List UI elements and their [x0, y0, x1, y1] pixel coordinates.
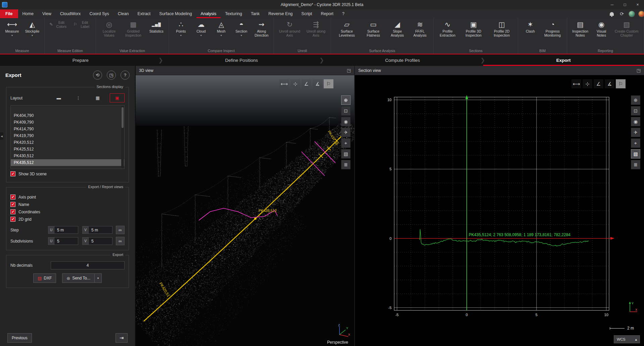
menu-script[interactable]: Script	[297, 9, 317, 18]
ribbon-tool-points[interactable]: ∴Points▾	[171, 19, 191, 38]
menu-extract[interactable]: Extract	[133, 9, 155, 18]
section-list-item[interactable]: PK419,790	[11, 132, 124, 139]
axis-point-checkbox[interactable]: ✓	[10, 194, 15, 200]
camera-button[interactable]: ◉	[631, 117, 640, 126]
ribbon-tool-section[interactable]: ◓Section▾	[231, 19, 251, 38]
workflow-step-prepare[interactable]: Prepare	[0, 54, 161, 66]
collapse-panel-handle[interactable]: ◂	[0, 132, 3, 140]
previous-button[interactable]: Previous	[7, 333, 32, 343]
ribbon-tool-along-direction[interactable]: ⇝Along Direction	[251, 19, 272, 38]
ribbon-tool-surface-flatness[interactable]: ▭Surface Flatness	[361, 19, 386, 38]
workflow-step-export[interactable]: Export	[483, 54, 644, 66]
popout-icon[interactable]: ◳	[637, 68, 641, 73]
point-measure-icon[interactable]: ⊹	[290, 79, 300, 88]
nb-decimals-input[interactable]: 4	[51, 261, 125, 269]
menu-file[interactable]: File	[0, 9, 18, 18]
maximize-button[interactable]: □	[618, 0, 631, 9]
layout-horizontal-button[interactable]: ▬	[51, 93, 66, 102]
section-list-item[interactable]: PK430,512	[11, 153, 124, 159]
view-cube-button[interactable]: ▧	[341, 149, 351, 159]
ribbon-tool-profile-3d-inspection[interactable]: ▣Profile 3D Inspection	[459, 19, 488, 38]
sync-icon[interactable]: ⟳	[619, 11, 625, 17]
menu-reverse-eng[interactable]: Reverse Eng	[264, 9, 297, 18]
section-list-item[interactable]: PK420,512	[11, 139, 124, 146]
subdiv-u-input[interactable]: 5	[54, 237, 78, 245]
slope-measure-icon[interactable]: ∡	[605, 79, 614, 88]
label-tag-icon[interactable]: ⚐	[324, 79, 333, 88]
ribbon-tool-profile-2d-inspection[interactable]: ◫Profile 2D Inspection	[488, 19, 516, 38]
subdiv-v-input[interactable]: 5	[89, 237, 112, 245]
slope-measure-icon[interactable]: ∡	[313, 79, 322, 88]
workflow-step-define-positions[interactable]: Define Positions	[161, 54, 322, 66]
ribbon-tool-inspection-notes[interactable]: ▤Inspection Notes	[569, 19, 591, 38]
ribbon-tool-profile-extraction[interactable]: ∿Profile Extraction	[436, 19, 460, 38]
ribbon-tool-slope-analysis[interactable]: ◢Slope Analysis	[386, 19, 409, 38]
history-button[interactable]: ⟲	[93, 71, 102, 80]
locate-button[interactable]: ⌖	[341, 138, 351, 148]
menu-view[interactable]: View	[38, 9, 56, 18]
menu-help[interactable]: ?	[338, 9, 349, 18]
2d-grid-checkbox[interactable]: ✓	[10, 217, 15, 222]
angle-measure-icon[interactable]: ∠	[302, 79, 311, 88]
popout-icon[interactable]: ◳	[347, 68, 351, 73]
section-list-item[interactable]: PK425,512	[11, 146, 124, 153]
notifications-bell-icon[interactable]	[609, 11, 615, 17]
step-u-input[interactable]: 5 m	[54, 226, 78, 234]
clipping-button[interactable]: ≣	[631, 160, 640, 169]
menu-texturing[interactable]: Texturing	[221, 9, 246, 18]
fly-button[interactable]: ✈	[341, 128, 351, 137]
menu-coord-sys[interactable]: Coord Sys	[85, 9, 113, 18]
orbit-button[interactable]: ⊕	[631, 95, 640, 105]
name-checkbox[interactable]: ✓	[10, 202, 15, 207]
clipping-button[interactable]: ≣	[341, 160, 351, 169]
ribbon-tool-progress-monitoring[interactable]: ◔Progress Monitoring	[540, 19, 565, 38]
detach-panel-button[interactable]: ◳	[107, 71, 116, 80]
section-chart[interactable]: -50510-50510PK435,5124; 2 763 508,0958; …	[355, 75, 644, 346]
menu-analysis[interactable]: Analysis	[196, 9, 221, 18]
distance-measure-icon[interactable]: ⟷	[571, 79, 581, 88]
subdiv-link-icon[interactable]: ∞	[116, 237, 125, 245]
layout-single-button[interactable]: ▣	[110, 93, 125, 102]
layout-vertical-button[interactable]: ⋮	[71, 93, 86, 102]
menu-tank[interactable]: Tank	[246, 9, 264, 18]
fly-button[interactable]: ✈	[631, 128, 640, 137]
send-to-button[interactable]: ⊛ Send To...	[62, 273, 95, 283]
ribbon-tool-stockpile[interactable]: ◭Stockpile▾	[22, 19, 42, 38]
ribbon-tool-clash[interactable]: ✶Clash	[520, 19, 540, 34]
angle-measure-icon[interactable]: ∠	[594, 79, 603, 88]
minimize-button[interactable]: ─	[606, 0, 618, 9]
list-scrollbar[interactable]	[121, 106, 124, 168]
ribbon-tool-surface-levelness[interactable]: ▱Surface Levelness	[333, 19, 361, 38]
send-to-dropdown[interactable]: ▾	[94, 273, 102, 283]
point-cloud-viewport[interactable]	[136, 75, 354, 346]
workflow-step-compute-profiles[interactable]: Compute Profiles	[322, 54, 483, 66]
ribbon-tool-statistics[interactable]: ▂▅█Statistics	[146, 19, 167, 34]
ribbon-tool-mesh[interactable]: ◬Mesh▾	[211, 19, 231, 38]
menu-cloudworx[interactable]: CloudWorx	[56, 9, 85, 18]
step-v-input[interactable]: 5 m	[89, 226, 112, 234]
distance-measure-icon[interactable]: ⟷	[279, 79, 289, 88]
locate-button[interactable]: ⌖	[631, 138, 640, 148]
view-cube-button[interactable]: ▧	[631, 149, 640, 159]
orbit-button[interactable]: ⊕	[341, 95, 351, 105]
section-list-item[interactable]: PK414,790	[11, 126, 124, 132]
dxf-button[interactable]: ▤ DXF	[33, 273, 56, 283]
account-avatar[interactable]	[639, 11, 644, 17]
step-link-icon[interactable]: ∞	[116, 226, 125, 234]
wcs-selector[interactable]: WCS ▴	[614, 335, 640, 343]
ribbon-tool-measure[interactable]: ⟷Measure▾	[2, 19, 22, 38]
ribbon-tool-ff-fl-analysis[interactable]: ≋FF/FL Analysis	[409, 19, 431, 38]
point-measure-icon[interactable]: ⊹	[583, 79, 592, 88]
menu-report[interactable]: Report	[317, 9, 338, 18]
camera-button[interactable]: ◉	[341, 117, 351, 126]
export-report-button[interactable]: ⇥	[116, 333, 128, 343]
menu-home[interactable]: Home	[18, 9, 38, 18]
ribbon-tool-visual-notes[interactable]: ◉Visual Notes	[591, 19, 611, 38]
menu-surface-modeling[interactable]: Surface Modeling	[155, 9, 196, 18]
section-list-item[interactable]: PK404,790	[11, 112, 124, 119]
label-tag-icon[interactable]: ⚐	[616, 79, 626, 88]
show-3d-scene-checkbox[interactable]: ✓	[10, 171, 15, 176]
help-button[interactable]: ?	[121, 71, 130, 80]
ribbon-tool-cloud[interactable]: ☁Cloud▾	[191, 19, 211, 38]
close-button[interactable]: ×	[631, 0, 644, 9]
